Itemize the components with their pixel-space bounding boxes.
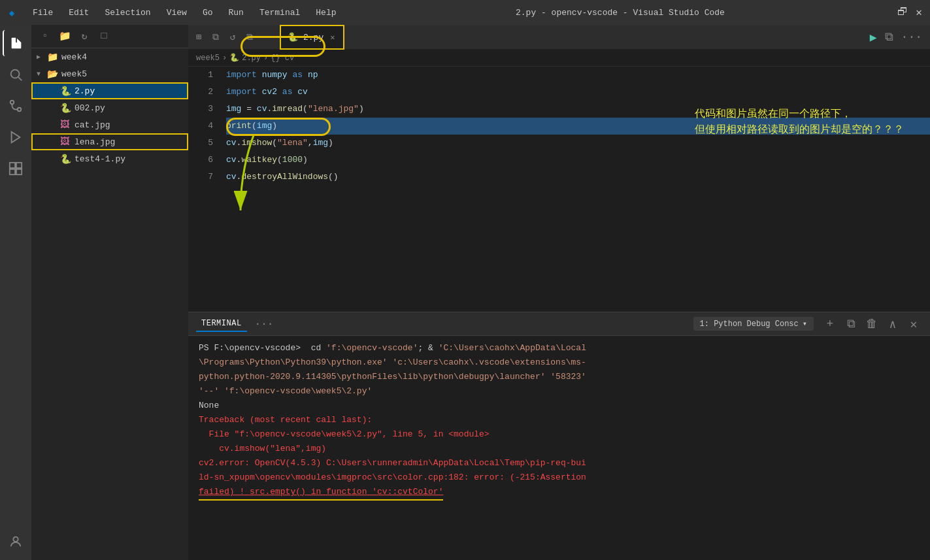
more-actions-icon[interactable]: ··· bbox=[899, 29, 925, 45]
breadcrumb-symbol[interactable]: {} cv bbox=[271, 54, 294, 63]
svg-point-2 bbox=[10, 101, 14, 105]
terminal-line-4: '--' 'f:\opencv-vscode\week5\2.py' bbox=[199, 384, 920, 399]
sidebar-toolbar: ▫ 📁 ↻ □ bbox=[31, 25, 188, 48]
terminal-line-2: \Programs\Python\Python39\python.exe' 'c… bbox=[199, 355, 920, 370]
python-file-icon: 🐍 bbox=[60, 86, 72, 97]
maximize-terminal-icon[interactable]: ∧ bbox=[884, 316, 901, 333]
code-line-2: import cv2 as cv bbox=[226, 84, 930, 101]
menu-terminal[interactable]: Terminal bbox=[253, 5, 307, 20]
annotation-line2: 但使用相对路径读取到的图片却是空的？？？ bbox=[695, 122, 904, 137]
terminal-selector[interactable]: 1: Python Debug Consc ▾ bbox=[693, 317, 814, 331]
menu-view[interactable]: View bbox=[160, 5, 193, 20]
folder-icon: 📁 bbox=[47, 52, 59, 63]
delete-terminal-icon[interactable]: 🗑 bbox=[863, 316, 880, 333]
svg-rect-7 bbox=[10, 169, 15, 174]
breadcrumb-filename[interactable]: 2.py bbox=[242, 54, 261, 63]
menu-run[interactable]: Run bbox=[222, 5, 250, 20]
terminal-line-cv2error2: ld-sn_xpupm\opencv\modules\imgproc\src\c… bbox=[199, 470, 920, 485]
window-title: 2.py - opencv-vscode - Visual Studio Cod… bbox=[343, 8, 898, 18]
image-file-icon: 🖼 bbox=[60, 120, 72, 130]
terminal-line-1: PS F:\opencv-vscode> cd 'f:\opencv-vscod… bbox=[199, 341, 920, 355]
menu-go[interactable]: Go bbox=[196, 5, 220, 20]
tab-close-icon[interactable]: ✕ bbox=[329, 31, 336, 44]
split-icon[interactable]: ⧉ bbox=[882, 29, 896, 45]
code-line-7: cv.destroyAllWindows() bbox=[226, 169, 930, 186]
svg-rect-8 bbox=[16, 169, 22, 174]
annotation: 代码和图片虽然在同一个路径下， 但使用相对路径读取到的图片却是空的？？？ bbox=[695, 106, 904, 137]
split-terminal-icon[interactable]: ⧉ bbox=[842, 316, 859, 333]
activity-account-icon[interactable] bbox=[3, 529, 29, 555]
activity-bar bbox=[0, 25, 31, 560]
tab-toolbar: ⊞ ⧉ ↺ ⧉ · bbox=[191, 29, 274, 45]
tree-item-label: week4 bbox=[61, 52, 87, 62]
tree-item-week4[interactable]: ▶ 📁 week4 bbox=[31, 48, 188, 65]
activity-source-control-icon[interactable] bbox=[3, 93, 29, 119]
menu-selection[interactable]: Selection bbox=[98, 5, 157, 20]
activity-extensions-icon[interactable] bbox=[3, 156, 29, 182]
folder-open-icon: 📂 bbox=[47, 69, 59, 80]
maximize-button[interactable]: 🗗 bbox=[897, 6, 908, 19]
undo-icon[interactable]: ↺ bbox=[225, 29, 241, 45]
code-editor[interactable]: 1 2 3 4 5 6 7 import numpy as np import … bbox=[188, 67, 930, 312]
tree-item-lenajpg[interactable]: 🖼 lena.jpg bbox=[31, 133, 188, 150]
tree-item-week5[interactable]: ▼ 📂 week5 bbox=[31, 65, 188, 82]
window-controls: 🗗 ✕ bbox=[897, 6, 922, 19]
terminal-line-cv2error3: failed) !_src.empty() in function 'cv::c… bbox=[199, 485, 443, 501]
svg-rect-5 bbox=[10, 163, 15, 168]
arrow-icon: ▶ bbox=[37, 53, 47, 61]
run-icon[interactable]: ▶ bbox=[867, 29, 880, 46]
annotation-line1: 代码和图片虽然在同一个路径下， bbox=[695, 106, 904, 122]
redo-icon[interactable]: ⧉ bbox=[242, 29, 257, 45]
tree-item-label: week5 bbox=[61, 69, 87, 79]
menu-edit[interactable]: Edit bbox=[62, 5, 95, 20]
terminal-tab-dots[interactable]: ··· bbox=[255, 318, 274, 330]
tree-item-002py[interactable]: 🐍 002.py bbox=[31, 99, 188, 116]
new-file-icon[interactable]: ▫ bbox=[37, 28, 54, 45]
code-content: import numpy as np import cv2 as cv img … bbox=[221, 67, 930, 312]
tree-item-label: 2.py bbox=[75, 86, 95, 96]
terminal-line-3: python.python-2020.9.114305\pythonFiles\… bbox=[199, 370, 920, 384]
terminal-tab[interactable]: TERMINAL bbox=[196, 316, 247, 332]
tab-bar: ⊞ ⧉ ↺ ⧉ · 🐍 2.py ✕ ▶ ⧉ ··· bbox=[188, 25, 930, 50]
tree-item-2py[interactable]: 🐍 2.py bbox=[31, 82, 188, 99]
svg-point-3 bbox=[18, 108, 22, 112]
terminal-tab-bar: TERMINAL ··· 1: Python Debug Consc ▾ + ⧉… bbox=[188, 312, 930, 336]
more-icon[interactable]: · bbox=[259, 29, 274, 45]
chevron-down-icon: ▾ bbox=[803, 319, 807, 329]
editor-terminal-split: 1 2 3 4 5 6 7 import numpy as np import … bbox=[188, 67, 930, 560]
new-file-tab-icon[interactable]: ⊞ bbox=[191, 29, 207, 45]
menu-help[interactable]: Help bbox=[309, 5, 342, 20]
svg-rect-6 bbox=[16, 163, 22, 168]
activity-explorer-icon[interactable] bbox=[3, 30, 29, 56]
menu-file[interactable]: File bbox=[26, 5, 59, 20]
terminal-line-none: None bbox=[199, 399, 920, 413]
activity-search-icon[interactable] bbox=[3, 61, 29, 88]
tab-label: 2.py bbox=[303, 33, 324, 42]
terminal-line-imshow: cv.imshow("lena",img) bbox=[199, 442, 920, 456]
close-terminal-icon[interactable]: ✕ bbox=[905, 316, 922, 333]
python-file-icon: 🐍 bbox=[60, 103, 72, 114]
breadcrumb-sep: › bbox=[222, 54, 227, 63]
close-button[interactable]: ✕ bbox=[916, 6, 922, 19]
collapse-icon[interactable]: □ bbox=[95, 28, 112, 45]
breadcrumb-week5[interactable]: week5 bbox=[196, 54, 220, 63]
tab-2py[interactable]: 🐍 2.py ✕ bbox=[280, 25, 344, 50]
svg-point-0 bbox=[11, 70, 20, 78]
tree-item-label: lena.jpg bbox=[75, 137, 115, 147]
split-editor-icon[interactable]: ⧉ bbox=[208, 29, 224, 45]
tree-item-test41py[interactable]: 🐍 test4-1.py bbox=[31, 150, 188, 167]
terminal-line-traceback: Traceback (most recent call last): bbox=[199, 413, 920, 427]
add-terminal-icon[interactable]: + bbox=[822, 316, 839, 333]
image-file-icon: 🖼 bbox=[60, 137, 72, 147]
tree-item-label: 002.py bbox=[75, 103, 105, 113]
terminal-line-file: File "f:\opencv-vscode\week5\2.py", line… bbox=[199, 427, 920, 442]
main-layout: ▫ 📁 ↻ □ ▶ 📁 week4 ▼ 📂 week5 🐍 2.py 🐍 002… bbox=[0, 25, 930, 560]
breadcrumb: week5 › 🐍 2.py › {} cv bbox=[188, 50, 930, 67]
refresh-icon[interactable]: ↻ bbox=[76, 28, 93, 45]
activity-run-icon[interactable] bbox=[3, 124, 29, 150]
terminal-actions: + ⧉ 🗑 ∧ ✕ bbox=[822, 316, 922, 333]
tree-item-catjpg[interactable]: 🖼 cat.jpg bbox=[31, 116, 188, 133]
new-folder-icon[interactable]: 📁 bbox=[56, 28, 73, 45]
line-numbers: 1 2 3 4 5 6 7 bbox=[188, 67, 221, 312]
menu-bar: File Edit Selection View Go Run Terminal… bbox=[26, 5, 343, 20]
